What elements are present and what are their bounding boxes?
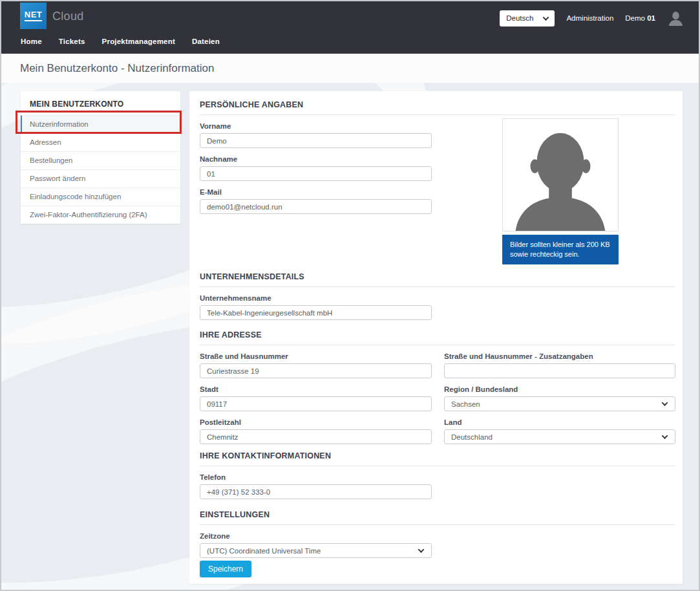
- nav-item-tickets[interactable]: Tickets: [50, 34, 94, 49]
- language-select[interactable]: Deutsch: [500, 10, 555, 27]
- nav-item-projektmanagement[interactable]: Projektmanagement: [94, 34, 184, 49]
- strasse-input[interactable]: [200, 363, 432, 378]
- section-title-settings: EINSTELLUNGEN: [200, 510, 675, 525]
- section-title-personal: PERSÖNLICHE ANGABEN: [200, 100, 675, 115]
- page-title: Mein Benutzerkonto - Nutzerinformation: [20, 62, 214, 75]
- user-avatar-icon[interactable]: [667, 10, 684, 27]
- sidebar-item-adressen[interactable]: Adressen: [21, 133, 180, 151]
- sidebar-title: MEIN BENUTZERKONTO: [21, 91, 180, 115]
- section-address: IHRE ADRESSE Straße und Hausnummer Straß…: [200, 330, 675, 444]
- region-select[interactable]: Sachsen: [444, 396, 675, 411]
- section-company: UNTERNEHMENSDETAILS Unternehmensname: [200, 272, 675, 320]
- nav-item-home[interactable]: Home: [12, 34, 50, 49]
- region-select-value: Sachsen: [451, 400, 480, 408]
- stadt-input[interactable]: [200, 396, 432, 411]
- land-label: Land: [444, 418, 675, 427]
- telefon-label: Telefon: [200, 473, 675, 482]
- cloud-logo-text: Cloud: [52, 10, 84, 23]
- zeitzone-label: Zeitzone: [200, 532, 675, 541]
- telefon-input[interactable]: [200, 484, 432, 499]
- postleitzahl-label: Postleitzahl: [200, 418, 432, 427]
- content-area: MEIN BENUTZERKONTO Nutzerinformation Adr…: [1, 83, 699, 590]
- page-title-bar: Mein Benutzerkonto - Nutzerinformation: [1, 54, 699, 83]
- account-sidebar: MEIN BENUTZERKONTO Nutzerinformation Adr…: [21, 91, 180, 224]
- strasse-zusatz-input[interactable]: [444, 363, 675, 378]
- administration-link[interactable]: Administration: [566, 14, 613, 22]
- sidebar-item-nutzerinformation[interactable]: Nutzerinformation: [21, 115, 180, 133]
- field-postleitzahl: Postleitzahl: [200, 418, 432, 444]
- top-header: NET Cloud Home Tickets Projektmanagement…: [1, 1, 699, 54]
- strasse-label: Straße und Hausnummer: [200, 352, 432, 361]
- field-stadt: Stadt: [200, 385, 432, 411]
- field-region: Region / Bundesland Sachsen: [444, 385, 675, 411]
- land-select[interactable]: Deutschland: [444, 429, 675, 444]
- region-label: Region / Bundesland: [444, 385, 675, 394]
- chevron-down-icon: [662, 433, 668, 439]
- zeitzone-select[interactable]: (UTC) Coordinated Universal Time: [200, 543, 432, 558]
- user-menu-label[interactable]: Demo 01: [625, 14, 655, 22]
- email-input[interactable]: [200, 199, 432, 214]
- vorname-input[interactable]: [200, 133, 432, 148]
- field-strasse: Straße und Hausnummer: [200, 352, 432, 378]
- sidebar-item-bestellungen[interactable]: Bestellungen: [21, 151, 180, 169]
- field-unternehmensname: Unternehmensname: [200, 294, 675, 320]
- app-window: NET Cloud Home Tickets Projektmanagement…: [0, 0, 700, 591]
- sidebar-item-einladungscode[interactable]: Einladungscode hinzufügen: [21, 188, 180, 206]
- postleitzahl-input[interactable]: [200, 429, 432, 444]
- field-land: Land Deutschland: [444, 418, 675, 444]
- language-select-value: Deutsch: [506, 14, 533, 22]
- stadt-label: Stadt: [200, 385, 432, 394]
- nachname-input[interactable]: [200, 166, 432, 181]
- section-title-contact: IHRE KONTAKTINFORMATIONEN: [200, 451, 675, 466]
- chevron-down-icon: [418, 546, 425, 553]
- chevron-down-icon: [662, 400, 668, 406]
- header-right-cluster: Deutsch Administration Demo 01: [500, 9, 684, 27]
- strasse-zusatz-label: Straße und Hausnummer - Zusatzangaben: [444, 352, 675, 361]
- zeitzone-select-value: (UTC) Coordinated Universal Time: [207, 547, 321, 555]
- user-info-form-card: PERSÖNLICHE ANGABEN Vorname Nachname E-M…: [189, 91, 683, 584]
- section-title-address: IHRE ADRESSE: [200, 330, 675, 345]
- section-title-company: UNTERNEHMENSDETAILS: [200, 272, 675, 287]
- section-settings: EINSTELLUNGEN Zeitzone (UTC) Coordinated…: [200, 510, 675, 558]
- field-zeitzone: Zeitzone (UTC) Coordinated Universal Tim…: [200, 532, 675, 558]
- profile-photo-area: Bilder sollten kleiner als 200 KB sowie …: [502, 118, 619, 264]
- land-select-value: Deutschland: [451, 433, 493, 441]
- photo-size-note: Bilder sollten kleiner als 200 KB sowie …: [502, 235, 619, 264]
- nav-item-dateien[interactable]: Dateien: [184, 34, 228, 49]
- section-contact: IHRE KONTAKTINFORMATIONEN Telefon: [200, 451, 675, 499]
- net-logo-text: NET: [25, 10, 43, 21]
- field-telefon: Telefon: [200, 473, 675, 499]
- unternehmensname-input[interactable]: [200, 305, 432, 320]
- net-logo[interactable]: NET: [20, 3, 47, 29]
- sidebar-item-passwort-aendern[interactable]: Passwort ändern: [21, 169, 180, 188]
- unternehmensname-label: Unternehmensname: [200, 294, 675, 303]
- save-button[interactable]: Speichern: [200, 561, 251, 577]
- field-strasse-zusatz: Straße und Hausnummer - Zusatzangaben: [444, 352, 675, 378]
- person-silhouette-icon: [503, 122, 618, 231]
- profile-photo-upload[interactable]: [502, 118, 619, 231]
- sidebar-item-2fa[interactable]: Zwei-Faktor-Authentifizierung (2FA): [21, 206, 180, 224]
- chevron-down-icon: [543, 14, 549, 21]
- main-nav: Home Tickets Projektmanagement Dateien: [12, 34, 228, 49]
